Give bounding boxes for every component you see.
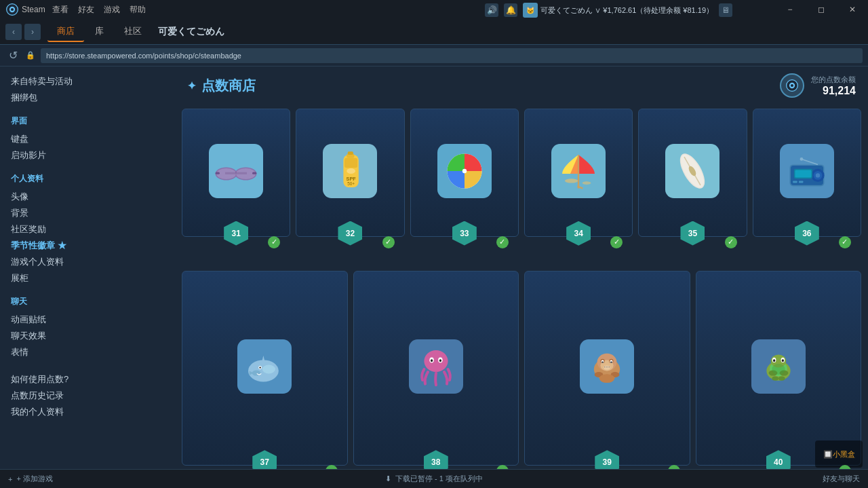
svg-point-51 (260, 367, 261, 369)
url-input[interactable] (41, 48, 863, 63)
badge-num-38: 38 (424, 450, 448, 469)
steam-circle-icon (780, 73, 804, 98)
friends-chat-label[interactable]: 好友与聊天 (823, 474, 860, 484)
badge-grid-bottom: 37 ✓ (182, 271, 861, 466)
sidebar-item-startup-movie[interactable]: 启动影片 (11, 147, 164, 164)
svg-point-52 (262, 365, 275, 374)
sidebar-item-background[interactable]: 背景 (11, 205, 164, 221)
badge-card-37[interactable]: 37 ✓ (182, 271, 348, 466)
badge-num-35: 35 (680, 221, 705, 246)
badge-img-32: SPF 50+ (307, 128, 393, 214)
menu-help[interactable]: 帮助 (130, 4, 146, 16)
window-controls: − ◻ ✕ (774, 0, 868, 19)
tab-library[interactable]: 库 (85, 22, 113, 42)
badge-img-38 (370, 301, 502, 432)
sidebar-item-my-profile[interactable]: 我的个人资料 (11, 404, 164, 420)
badge-num-34: 34 (566, 221, 591, 246)
svg-point-71 (606, 367, 608, 368)
content-area: ✦ 点数商店 您的点数余额 91,214 (175, 67, 868, 469)
status-left: + + 添加游戏 (8, 474, 53, 484)
speaker-icon[interactable]: 🔊 (485, 3, 498, 17)
badge-check-31: ✓ (268, 236, 280, 248)
sidebar-item-bundles[interactable]: 捆绑包 (11, 90, 164, 106)
svg-point-86 (772, 377, 778, 381)
badge-card-31[interactable]: 31 ✓ (182, 109, 290, 237)
sidebar-item-chat-effects[interactable]: 聊天效果 (11, 328, 164, 344)
badge-card-36[interactable]: 36 ✓ (753, 109, 861, 237)
sidebar-section-profile: 个人资料 (11, 173, 164, 185)
sidebar-item-avatar[interactable]: 头像 (11, 189, 164, 205)
points-shop-title: ✦ 点数商店 (187, 77, 256, 95)
sidebar-item-seasonal-badges[interactable]: 季节性徽章 ★ (11, 238, 164, 254)
menu-games[interactable]: 游戏 (104, 4, 120, 16)
svg-point-24 (462, 169, 467, 173)
forward-arrow[interactable]: › (24, 24, 41, 40)
monitor-icon[interactable]: 🖥 (719, 3, 732, 17)
close-button[interactable]: ✕ (837, 0, 868, 19)
svg-rect-16 (344, 158, 357, 168)
app-name: Steam (22, 5, 45, 14)
download-status: 下载已暂停 - 1 项在队列中 (395, 474, 483, 484)
badge-num-31: 31 (224, 221, 248, 246)
minimize-button[interactable]: − (774, 0, 806, 19)
badge-check-37: ✓ (326, 465, 338, 469)
menu-bar: 查看 好友 游戏 帮助 (52, 4, 146, 16)
tab-community[interactable]: 社区 (115, 22, 151, 42)
badge-num-37: 37 (252, 450, 277, 469)
nav-tabs: 商店 库 社区 (47, 22, 151, 42)
badge-card-33[interactable]: 33 ✓ (410, 109, 519, 237)
user-badge[interactable]: 🐱 可爱くてごめん ∨ ¥1,762.61（待处理余额 ¥81.19） (523, 3, 713, 18)
badge-card-35[interactable]: 35 ✓ (638, 109, 747, 237)
restore-button[interactable]: ◻ (806, 0, 837, 19)
badge-card-40[interactable]: 40 ✓ (696, 271, 862, 466)
svg-point-54 (424, 350, 448, 372)
svg-point-46 (800, 157, 803, 161)
sidebar-item-keyboard[interactable]: 键盘 (11, 131, 164, 147)
nav-arrows: ‹ › (5, 24, 41, 40)
sidebar-item-deals[interactable]: 来自特卖与活动 (11, 73, 164, 90)
sidebar: 来自特卖与活动 捆绑包 界面 键盘 启动影片 个人资料 头像 背景 社区奖励 季… (0, 67, 175, 469)
badge-check-33: ✓ (496, 236, 509, 248)
svg-point-87 (778, 377, 785, 381)
sidebar-item-game-profile[interactable]: 游戏个人资料 (11, 254, 164, 270)
sidebar-item-showcase[interactable]: 展柜 (11, 270, 164, 286)
balance-label: 您的点数余额 (811, 75, 856, 85)
add-game-icon: + (8, 475, 12, 483)
sidebar-item-how-points[interactable]: 如何使用点数? (11, 371, 164, 388)
back-arrow[interactable]: ‹ (5, 24, 22, 40)
sidebar-section-chat: 聊天 (11, 296, 164, 307)
svg-point-70 (604, 367, 606, 368)
svg-point-58 (439, 360, 441, 362)
badge-img-31 (193, 128, 279, 214)
sidebar-bottom-links: 如何使用点数? 点数历史记录 我的个人资料 (11, 371, 164, 420)
badge-row-1: 31 ✓ SPF 50+ (182, 109, 861, 237)
badge-card-38[interactable]: 38 ✓ (353, 271, 519, 466)
notification-icon[interactable]: 🔔 (504, 3, 517, 17)
sidebar-item-emoticons[interactable]: 表情 (11, 344, 164, 360)
svg-point-83 (782, 360, 784, 362)
svg-point-40 (816, 173, 820, 177)
menu-view[interactable]: 查看 (52, 4, 68, 16)
svg-point-82 (773, 360, 775, 362)
menu-friends[interactable]: 好友 (78, 4, 94, 16)
svg-point-28 (565, 179, 578, 183)
badge-card-34[interactable]: 34 ✓ (524, 109, 633, 237)
badge-card-39[interactable]: 39 ✓ (524, 271, 690, 466)
add-game-label[interactable]: + 添加游戏 (16, 474, 52, 484)
badge-check-34: ✓ (610, 236, 623, 248)
download-icon: ⬇ (385, 474, 391, 483)
sidebar-item-animated-stickers[interactable]: 动画贴纸 (11, 312, 164, 328)
tab-store[interactable]: 商店 (47, 22, 84, 42)
svg-rect-43 (793, 181, 797, 183)
badge-num-33: 33 (452, 221, 477, 246)
badge-card-32[interactable]: SPF 50+ 32 ✓ (296, 109, 404, 237)
svg-point-57 (431, 360, 433, 362)
steam-logo: Steam (5, 3, 45, 16)
sidebar-item-points-history[interactable]: 点数历史记录 (11, 388, 164, 404)
badge-img-39 (541, 301, 673, 432)
badge-num-36: 36 (795, 221, 819, 246)
sidebar-item-community-rewards[interactable]: 社区奖励 (11, 221, 164, 238)
svg-point-88 (772, 364, 785, 375)
title-bar: Steam 查看 好友 游戏 帮助 🔊 🔔 🐱 可爱くてごめん ∨ ¥1,762… (0, 0, 868, 19)
refresh-button[interactable]: ↺ (5, 48, 20, 63)
